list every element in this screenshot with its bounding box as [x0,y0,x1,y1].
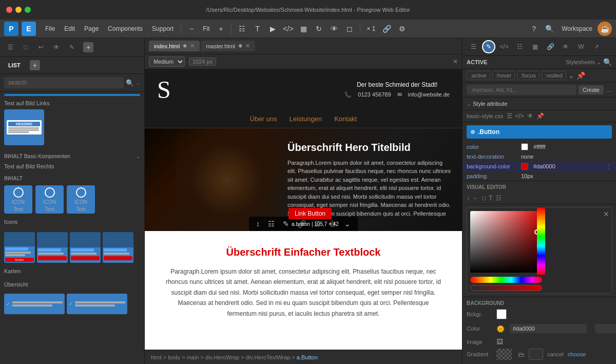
pseudo-hover[interactable]: :hover [492,71,515,80]
sidebar-icon-3[interactable]: ↩ [35,41,47,53]
button-section-header[interactable]: .Button [467,125,612,139]
rtp-style-icon[interactable]: ✎ [482,40,495,53]
color-swatch[interactable] [521,143,528,150]
search-right-btn[interactable]: 🔍 [603,58,612,66]
section-expand-icon[interactable]: ⌄ [136,154,140,159]
share-btn[interactable]: 🔗 [380,22,394,36]
ubersicht-card-2[interactable]: ✓ [67,294,127,314]
ve-icon-1[interactable]: ↕ [467,195,470,202]
search-input[interactable] [4,77,124,88]
rtp-settings-icon[interactable]: ☰ [467,40,480,53]
bg-color-swatch[interactable] [521,163,528,170]
rtp-layers-icon[interactable]: ☷ [513,40,526,53]
component-card-1[interactable]: HEADING [4,109,44,145]
menu-file[interactable]: File [41,23,59,34]
image-icon[interactable]: 🖼 [496,338,503,346]
menu-page[interactable]: Page [80,23,103,34]
ft-move-btn[interactable]: ↕ [254,219,262,229]
sidebar-icon-2[interactable]: □ [20,41,32,53]
css-icon-4[interactable]: 📌 [536,112,544,120]
gradient-swatch[interactable] [529,349,543,360]
tab-close-1[interactable]: ✕ [190,43,195,49]
menu-support[interactable]: Support [148,23,178,34]
search-settings-icon[interactable]: ⌵ [136,79,140,87]
hue-strip[interactable] [537,208,545,275]
refresh-btn[interactable]: ↻ [312,22,326,36]
search-global-btn[interactable]: 🔍 [542,22,556,36]
sidebar-icon-5[interactable]: ✎ [66,41,78,53]
css-icon-1[interactable]: ☰ [507,112,512,120]
eyedropper-icon[interactable]: 🗁 [518,351,525,358]
zoom-out-btn[interactable]: − [184,22,199,36]
tab-master-html[interactable]: master.html ✱ ✕ [201,41,255,51]
hue-slider[interactable] [470,277,542,283]
karte-card-1[interactable]: Button [4,232,35,263]
rtp-component-icon[interactable]: ▦ [528,40,542,53]
nav-uber-uns[interactable]: Über uns [250,115,277,123]
pseudo-pin-btn[interactable]: 📌 [576,71,585,80]
resize-btn[interactable]: ◻ [342,22,357,36]
sidebar-icon-4[interactable]: 👁 [50,41,63,53]
maximize-traffic-light[interactable] [25,7,31,13]
karte-card-3[interactable] [70,232,101,263]
pseudo-focus[interactable]: :focus [517,71,539,80]
multiplier-btn[interactable]: × 1 [363,24,378,33]
coffee-btn[interactable]: ☕ [598,22,612,36]
tab-close-2[interactable]: ✕ [245,43,250,49]
create-btn[interactable]: Create [579,85,604,94]
eye-btn[interactable]: 👁 [327,22,341,36]
minimize-traffic-light[interactable] [15,7,22,13]
color-picker-icon[interactable]: 🌞 [496,325,505,333]
ve-icon-2[interactable]: ← [473,195,479,202]
ft-more-btn[interactable]: ⌄ [342,219,353,229]
menu-components[interactable]: Components [104,23,147,34]
size-select[interactable]: Medium [149,56,185,67]
help-btn[interactable]: ? [527,22,541,36]
more-options-btn[interactable]: … [606,86,612,93]
ft-grid-btn[interactable]: ☷ [266,219,277,229]
color-picker-close-btn[interactable]: ✕ [603,210,609,218]
color-gradient[interactable] [470,211,542,273]
ve-icon-4[interactable]: T [489,195,492,202]
icon-card-2[interactable]: ICON Text [35,185,64,214]
link-button[interactable]: Link Button [288,208,332,219]
tab-index-html[interactable]: index.html ✱ ✕ [149,41,200,51]
alpha-slider[interactable] [470,285,542,291]
stylesheets-btn[interactable]: Stylesheets ⌄ [566,59,601,66]
pseudo-active[interactable]: :active [467,71,490,80]
cancel-btn[interactable]: cancel [547,351,564,357]
karte-card-2[interactable] [37,232,68,263]
icon-card-3[interactable]: ICON Text [67,185,95,214]
prop-bg-menu-icon[interactable]: ⋮ [606,163,612,170]
rtp-code-icon[interactable]: </> [497,40,511,53]
rtp-link-icon[interactable]: 🔗 [544,40,557,53]
css-icon-3[interactable]: 👁 [527,112,533,120]
rtp-export-icon[interactable]: ↗ [590,40,603,53]
add-component-btn[interactable]: + [30,60,40,70]
canvas-close-btn[interactable]: ✕ [453,58,458,65]
close-traffic-light[interactable] [6,7,12,13]
ubersicht-card-1[interactable]: ✓ [4,294,65,314]
code-btn[interactable]: </> [281,22,295,36]
sidebar-icon-1[interactable]: ☰ [4,41,16,53]
icon-card-1[interactable]: ICON Text [4,185,32,214]
rtp-eye-icon[interactable]: 👁 [559,40,572,53]
style-attribute-header[interactable]: ⌄ Style attribute [467,101,612,107]
text-tool-btn[interactable]: T [250,22,264,36]
tab-list[interactable]: LIST [4,61,25,70]
ve-icon-3[interactable]: □ [482,195,486,202]
workspace-button[interactable]: Workspace [557,23,596,34]
fit-btn[interactable]: Fit [200,24,213,33]
nav-leistungen[interactable]: Leistungen [290,115,322,123]
color-gradient-area[interactable] [467,208,545,275]
grid-view-btn[interactable]: ☷ [235,22,249,36]
settings-btn[interactable]: ⚙ [395,22,410,36]
hex-input[interactable]: #da0000 [595,324,616,333]
cursor-tool-btn[interactable]: ▶ [265,22,280,36]
bg-bckgr-swatch[interactable] [496,309,507,319]
component-btn[interactable]: ▦ [296,22,311,36]
karte-card-4[interactable] [103,232,133,263]
sidebar-add-btn[interactable]: + [83,42,93,52]
menu-edit[interactable]: Edit [60,23,79,34]
canvas-size-selector[interactable]: Medium 1024 px [149,56,216,67]
